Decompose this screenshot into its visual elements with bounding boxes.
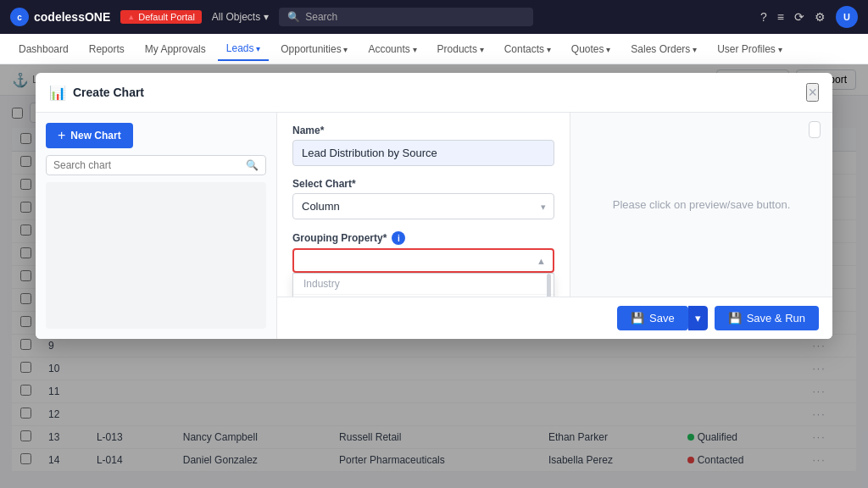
menu-item-contacts[interactable]: Contacts <box>496 38 559 60</box>
save-button[interactable]: 💾 Save <box>617 306 688 330</box>
modal-footer: 💾 Save ▾ 💾 Save & Run <box>277 297 832 339</box>
search-icon: 🔍 <box>287 11 300 23</box>
dropdown-item-jobtitle[interactable]: Job Title <box>293 295 554 297</box>
menu-item-products[interactable]: Products <box>429 38 492 60</box>
top-bar: c codelessONE Default Portal All Objects… <box>0 0 868 34</box>
info-icon[interactable]: i <box>392 231 405 245</box>
name-group: Name* <box>292 125 554 166</box>
menu-bar: Dashboard Reports My Approvals Leads Opp… <box>0 34 868 64</box>
preview-scroll[interactable] <box>809 121 821 138</box>
search-icon: 🔍 <box>246 159 259 171</box>
menu-item-leads[interactable]: Leads <box>218 37 269 61</box>
chart-search-box[interactable]: 🔍 <box>46 155 266 175</box>
chart-type-label: Select Chart* <box>292 178 554 190</box>
preview-text: Please click on preview/save button. <box>613 198 791 211</box>
menu-icon[interactable]: ≡ <box>777 10 784 24</box>
refresh-icon[interactable]: ⟳ <box>794 10 804 24</box>
menu-item-user-profiles[interactable]: User Profiles <box>709 38 790 60</box>
logo-text: codelessONE <box>34 10 110 24</box>
save-button-group: 💾 Save ▾ <box>617 306 708 330</box>
grouping-input-wrapper[interactable]: ▲ <box>292 248 554 273</box>
save-run-icon: 💾 <box>728 312 742 324</box>
name-label: Name* <box>292 125 554 136</box>
content-area: ⚓ L... / A... 📊 Charts ▾ ⬇ Export <box>0 64 868 488</box>
save-icon: 💾 <box>631 312 644 324</box>
menu-item-accounts[interactable]: Accounts <box>359 38 425 60</box>
app-logo[interactable]: c codelessONE <box>10 8 110 26</box>
dropdown-item-industry[interactable]: Industry <box>293 274 554 295</box>
top-icons: ? ≡ ⟳ ⚙ U <box>760 6 858 28</box>
global-search[interactable]: 🔍 Search <box>279 8 533 26</box>
chart-type-group: Select Chart* Column Bar Pie Line ▾ <box>292 178 554 219</box>
modal-body: New Chart 🔍 Name* <box>36 113 832 339</box>
menu-item-reports[interactable]: Reports <box>81 38 133 60</box>
menu-item-sales-orders[interactable]: Sales Orders <box>622 38 705 60</box>
modal-title: 📊 Create Chart <box>49 85 144 101</box>
portal-label: Default Portal <box>138 12 195 22</box>
modal-right: Name* Select Chart* Column Bar <box>277 113 832 339</box>
modal-overlay: 📊 Create Chart × New Chart 🔍 <box>0 64 868 488</box>
chart-list-area <box>46 182 266 329</box>
save-run-button[interactable]: 💾 Save & Run <box>715 306 819 330</box>
portal-badge[interactable]: Default Portal <box>120 10 202 24</box>
new-chart-button[interactable]: New Chart <box>46 123 133 148</box>
all-objects-dropdown[interactable]: All Objects ▾ <box>212 11 269 23</box>
modal-close-button[interactable]: × <box>806 83 819 102</box>
chart-type-select-wrapper: Column Bar Pie Line ▾ <box>292 193 554 219</box>
create-chart-modal: 📊 Create Chart × New Chart 🔍 <box>36 73 832 339</box>
grouping-input[interactable] <box>301 254 537 267</box>
grouping-arrow-icon: ▲ <box>537 256 546 266</box>
chart-title-icon: 📊 <box>49 85 66 101</box>
modal-header: 📊 Create Chart × <box>36 73 832 113</box>
grouping-label: Grouping Property* <box>292 232 387 244</box>
grouping-dropdown-container: ▲ Industry Job Title Lead ID Lead Name <box>292 248 554 273</box>
chart-search-input[interactable] <box>53 159 241 171</box>
menu-item-dashboard[interactable]: Dashboard <box>10 38 77 60</box>
help-icon[interactable]: ? <box>760 10 767 24</box>
avatar[interactable]: U <box>836 6 858 28</box>
menu-item-opportunities[interactable]: Opportunities <box>272 38 356 60</box>
save-dropdown-button[interactable]: ▾ <box>688 306 708 330</box>
menu-item-approvals[interactable]: My Approvals <box>136 38 214 60</box>
name-input[interactable] <box>292 140 554 166</box>
settings-icon[interactable]: ⚙ <box>815 10 826 24</box>
grouping-group: Grouping Property* i ▲ <box>292 231 554 273</box>
modal-form: Name* Select Chart* Column Bar <box>277 113 570 297</box>
logo-icon: c <box>10 8 29 26</box>
search-placeholder: Search <box>305 11 337 23</box>
menu-item-quotes[interactable]: Quotes <box>563 38 619 60</box>
modal-sidebar: New Chart 🔍 <box>36 113 277 339</box>
chart-type-select[interactable]: Column Bar Pie Line <box>292 193 554 219</box>
grouping-dropdown-list: Industry Job Title Lead ID Lead Name Lea… <box>292 273 554 297</box>
preview-area: Please click on preview/save button. <box>570 113 832 297</box>
